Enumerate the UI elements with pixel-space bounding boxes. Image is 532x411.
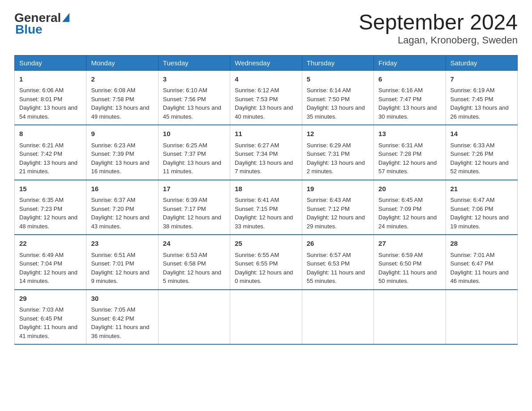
calendar-cell: 5Sunrise: 6:14 AMSunset: 7:50 PMDaylight… xyxy=(302,70,373,125)
daylight-text: Daylight: 13 hours and 45 minutes. xyxy=(163,104,221,120)
sunrise-text: Sunrise: 6:16 AM xyxy=(378,87,423,94)
calendar-cell: 8Sunrise: 6:21 AMSunset: 7:42 PMDaylight… xyxy=(15,125,86,180)
calendar-cell: 1Sunrise: 6:06 AMSunset: 8:01 PMDaylight… xyxy=(15,70,86,125)
sunrise-text: Sunrise: 6:08 AM xyxy=(91,87,135,94)
sunrise-text: Sunrise: 6:12 AM xyxy=(235,87,279,94)
calendar-week-row: 29Sunrise: 7:03 AMSunset: 6:45 PMDayligh… xyxy=(15,290,518,345)
sunset-text: Sunset: 7:06 PM xyxy=(450,206,493,212)
day-number: 27 xyxy=(378,239,441,249)
header-sunday: Sunday xyxy=(15,55,86,70)
sunset-text: Sunset: 7:23 PM xyxy=(19,206,62,212)
day-number: 4 xyxy=(235,74,297,85)
daylight-text: Daylight: 13 hours and 40 minutes. xyxy=(235,104,293,120)
day-number: 23 xyxy=(91,239,153,249)
sunrise-text: Sunrise: 6:55 AM xyxy=(235,252,279,258)
daylight-text: Daylight: 13 hours and 35 minutes. xyxy=(307,104,365,120)
day-number: 24 xyxy=(163,239,225,249)
calendar-cell xyxy=(374,290,446,345)
calendar-cell: 3Sunrise: 6:10 AMSunset: 7:56 PMDaylight… xyxy=(158,70,230,125)
day-number: 1 xyxy=(19,74,82,85)
page-title: September 2024 xyxy=(359,11,518,34)
sunrise-text: Sunrise: 6:49 AM xyxy=(19,252,64,258)
daylight-text: Daylight: 12 hours and 48 minutes. xyxy=(19,214,77,230)
calendar-week-row: 1Sunrise: 6:06 AMSunset: 8:01 PMDaylight… xyxy=(15,70,518,125)
daylight-text: Daylight: 12 hours and 29 minutes. xyxy=(307,214,365,230)
sunset-text: Sunset: 7:15 PM xyxy=(235,206,278,212)
sunset-text: Sunset: 7:28 PM xyxy=(378,150,421,157)
sunset-text: Sunset: 7:56 PM xyxy=(163,96,206,103)
calendar-cell: 14Sunrise: 6:33 AMSunset: 7:26 PMDayligh… xyxy=(446,125,517,180)
day-number: 11 xyxy=(235,129,297,139)
calendar-table: SundayMondayTuesdayWednesdayThursdayFrid… xyxy=(14,55,518,345)
day-number: 30 xyxy=(91,294,153,304)
calendar-cell: 6Sunrise: 6:16 AMSunset: 7:47 PMDaylight… xyxy=(374,70,446,125)
sunrise-text: Sunrise: 6:43 AM xyxy=(307,197,351,203)
daylight-text: Daylight: 13 hours and 30 minutes. xyxy=(378,104,437,120)
daylight-text: Daylight: 11 hours and 46 minutes. xyxy=(450,269,509,285)
day-number: 29 xyxy=(19,294,82,304)
calendar-cell: 2Sunrise: 6:08 AMSunset: 7:58 PMDaylight… xyxy=(86,70,158,125)
logo: General Blue xyxy=(14,11,69,37)
daylight-text: Daylight: 11 hours and 55 minutes. xyxy=(307,269,365,285)
calendar-cell: 15Sunrise: 6:35 AMSunset: 7:23 PMDayligh… xyxy=(15,180,86,235)
sunrise-text: Sunrise: 6:51 AM xyxy=(91,252,135,258)
sunset-text: Sunset: 8:01 PM xyxy=(19,96,62,103)
sunset-text: Sunset: 7:34 PM xyxy=(235,150,278,157)
sunrise-text: Sunrise: 7:03 AM xyxy=(19,306,64,313)
sunset-text: Sunset: 7:37 PM xyxy=(163,150,206,157)
daylight-text: Daylight: 12 hours and 38 minutes. xyxy=(163,214,221,230)
sunset-text: Sunset: 6:47 PM xyxy=(450,260,493,267)
calendar-cell: 24Sunrise: 6:53 AMSunset: 6:58 PMDayligh… xyxy=(158,235,230,290)
sunrise-text: Sunrise: 7:05 AM xyxy=(91,306,135,313)
sunrise-text: Sunrise: 6:59 AM xyxy=(378,252,423,258)
day-number: 8 xyxy=(19,129,82,139)
calendar-cell: 18Sunrise: 6:41 AMSunset: 7:15 PMDayligh… xyxy=(230,180,302,235)
sunrise-text: Sunrise: 6:25 AM xyxy=(163,142,207,149)
sunrise-text: Sunrise: 6:27 AM xyxy=(235,142,279,149)
sunset-text: Sunset: 6:45 PM xyxy=(19,315,62,322)
sunrise-text: Sunrise: 7:01 AM xyxy=(450,252,495,258)
day-number: 19 xyxy=(307,184,369,194)
daylight-text: Daylight: 13 hours and 54 minutes. xyxy=(19,104,77,120)
sunset-text: Sunset: 6:42 PM xyxy=(91,315,134,322)
daylight-text: Daylight: 11 hours and 50 minutes. xyxy=(378,269,437,285)
calendar-cell: 21Sunrise: 6:47 AMSunset: 7:06 PMDayligh… xyxy=(446,180,517,235)
calendar-week-row: 8Sunrise: 6:21 AMSunset: 7:42 PMDaylight… xyxy=(15,125,518,180)
page-subtitle: Lagan, Kronoberg, Sweden xyxy=(359,34,518,46)
day-number: 2 xyxy=(91,74,153,85)
day-number: 10 xyxy=(163,129,225,139)
calendar-cell: 25Sunrise: 6:55 AMSunset: 6:55 PMDayligh… xyxy=(230,235,302,290)
header-wednesday: Wednesday xyxy=(230,55,302,70)
sunset-text: Sunset: 7:31 PM xyxy=(307,150,350,157)
daylight-text: Daylight: 12 hours and 52 minutes. xyxy=(450,159,509,175)
calendar-cell: 22Sunrise: 6:49 AMSunset: 7:04 PMDayligh… xyxy=(15,235,86,290)
calendar-cell: 17Sunrise: 6:39 AMSunset: 7:17 PMDayligh… xyxy=(158,180,230,235)
sunrise-text: Sunrise: 6:19 AM xyxy=(450,87,495,94)
sunset-text: Sunset: 6:50 PM xyxy=(378,260,421,267)
calendar-cell: 9Sunrise: 6:23 AMSunset: 7:39 PMDaylight… xyxy=(86,125,158,180)
sunrise-text: Sunrise: 6:14 AM xyxy=(307,87,351,94)
sunrise-text: Sunrise: 6:47 AM xyxy=(450,197,495,203)
daylight-text: Daylight: 12 hours and 43 minutes. xyxy=(91,214,149,230)
sunset-text: Sunset: 6:55 PM xyxy=(235,260,278,267)
daylight-text: Daylight: 12 hours and 14 minutes. xyxy=(19,269,77,285)
sunset-text: Sunset: 7:20 PM xyxy=(91,206,134,212)
sunrise-text: Sunrise: 6:45 AM xyxy=(378,197,423,203)
daylight-text: Daylight: 12 hours and 0 minutes. xyxy=(235,269,293,285)
calendar-cell: 16Sunrise: 6:37 AMSunset: 7:20 PMDayligh… xyxy=(86,180,158,235)
header-thursday: Thursday xyxy=(302,55,373,70)
sunrise-text: Sunrise: 6:10 AM xyxy=(163,87,207,94)
daylight-text: Daylight: 12 hours and 19 minutes. xyxy=(450,214,509,230)
day-number: 22 xyxy=(19,239,82,249)
sunrise-text: Sunrise: 6:35 AM xyxy=(19,197,64,203)
sunset-text: Sunset: 7:09 PM xyxy=(378,206,421,212)
calendar-cell: 4Sunrise: 6:12 AMSunset: 7:53 PMDaylight… xyxy=(230,70,302,125)
daylight-text: Daylight: 13 hours and 7 minutes. xyxy=(235,159,293,175)
calendar-cell: 11Sunrise: 6:27 AMSunset: 7:34 PMDayligh… xyxy=(230,125,302,180)
daylight-text: Daylight: 13 hours and 21 minutes. xyxy=(19,159,77,175)
sunset-text: Sunset: 7:58 PM xyxy=(91,96,134,103)
day-number: 12 xyxy=(307,129,369,139)
sunset-text: Sunset: 7:01 PM xyxy=(91,260,134,267)
sunrise-text: Sunrise: 6:37 AM xyxy=(91,197,135,203)
sunset-text: Sunset: 7:17 PM xyxy=(163,206,206,212)
